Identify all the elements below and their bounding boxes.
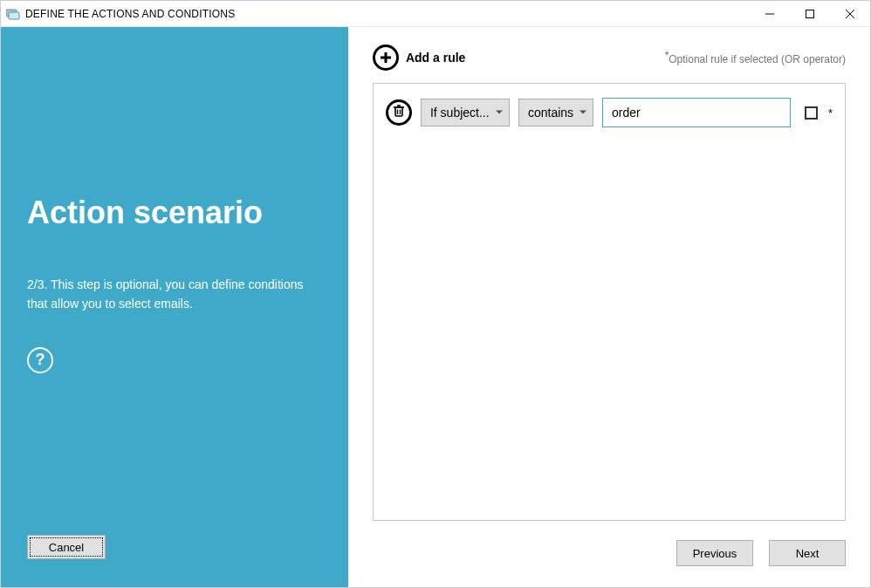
close-button[interactable] xyxy=(830,1,870,26)
cancel-button[interactable]: Cancel xyxy=(27,535,106,559)
rule-operator-dropdown[interactable]: contains xyxy=(518,99,593,126)
rule-optional-checkbox[interactable] xyxy=(805,106,818,120)
main-panel: Add a rule *Optional rule if selected (O… xyxy=(348,27,870,587)
help-icon[interactable]: ? xyxy=(27,347,53,373)
svg-rect-3 xyxy=(806,10,814,17)
sidebar-heading: Action scenario xyxy=(27,195,322,231)
previous-button[interactable]: Previous xyxy=(676,540,753,566)
rule-row: If subject... contains * xyxy=(386,98,833,127)
titlebar: DEFINE THE ACTIONS AND CONDITIONS xyxy=(1,1,870,27)
app-icon xyxy=(6,7,20,21)
rules-container: If subject... contains * xyxy=(373,83,846,521)
footer-nav: Previous Next xyxy=(373,540,846,566)
trash-icon xyxy=(393,104,405,121)
rule-value-input[interactable] xyxy=(602,98,791,127)
maximize-button[interactable] xyxy=(790,1,830,26)
sidebar: Action scenario 2/3. This step is option… xyxy=(1,27,348,587)
add-rule-label: Add a rule xyxy=(406,51,465,65)
delete-rule-button[interactable] xyxy=(386,99,412,126)
window-title: DEFINE THE ACTIONS AND CONDITIONS xyxy=(25,8,235,20)
plus-icon xyxy=(373,44,399,71)
add-rule-button[interactable]: Add a rule xyxy=(373,44,465,71)
rule-field-dropdown[interactable]: If subject... xyxy=(421,99,510,126)
top-row: Add a rule *Optional rule if selected (O… xyxy=(373,44,846,71)
rule-optional-star: * xyxy=(828,106,833,120)
content: Action scenario 2/3. This step is option… xyxy=(1,27,870,587)
minimize-button[interactable] xyxy=(750,1,790,26)
svg-rect-8 xyxy=(395,107,402,116)
optional-note: *Optional rule if selected (OR operator) xyxy=(665,50,846,65)
sidebar-description: 2/3. This step is optional, you can defi… xyxy=(27,275,322,314)
window-controls xyxy=(750,1,870,26)
next-button[interactable]: Next xyxy=(769,540,846,566)
svg-rect-1 xyxy=(9,12,19,19)
